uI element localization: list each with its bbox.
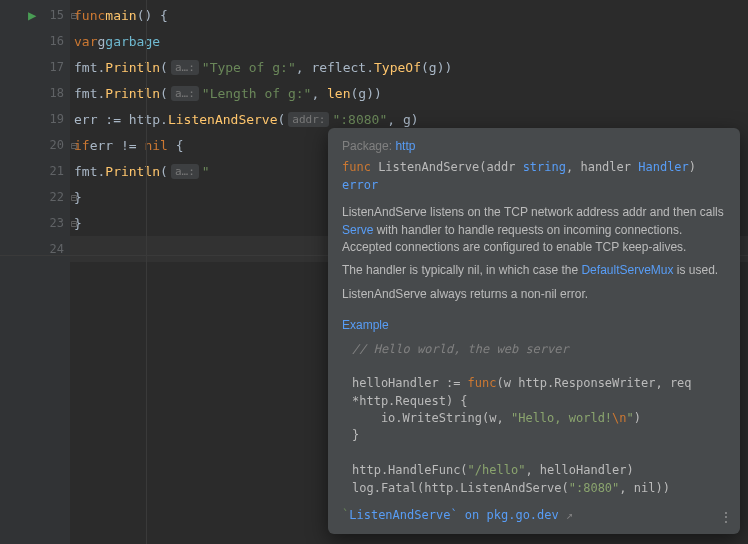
code-line[interactable]: func main() { [70,2,748,28]
doc-package-link[interactable]: http [395,139,415,153]
param-hint: a…: [171,60,199,75]
more-icon[interactable]: ⋮ [720,509,732,526]
code-line[interactable]: fmt.Println(a…:"Type of g:", reflect.Typ… [70,54,748,80]
indent-guide [146,0,147,544]
line-number: 18 [50,86,64,100]
doc-paragraph: ListenAndServe always returns a non-nil … [342,286,726,303]
line-number: 16 [50,34,64,48]
line-number: 22 [50,190,64,204]
line-number: 24 [50,242,64,256]
param-hint: a…: [171,86,199,101]
line-number: 23 [50,216,64,230]
gutter: ▶ 15 ⊟ 16 17 18 19 20 ⊟ 21 22 ⊟ 23 ⊟ 24 [0,0,70,544]
gutter-row: ▶ 15 ⊟ [0,2,70,28]
doc-link-serve[interactable]: Serve [342,223,373,237]
doc-link-defaultservemux[interactable]: DefaultServeMux [581,263,673,277]
quick-doc-popup[interactable]: Package: http func ListenAndServe(addr s… [328,128,740,534]
line-number: 20 [50,138,64,152]
code-line[interactable]: var g garbage [70,28,748,54]
run-icon[interactable]: ▶ [28,7,36,23]
line-number: 21 [50,164,64,178]
doc-example-code: // Hello world, the web server helloHand… [352,341,726,498]
line-number: 19 [50,112,64,126]
doc-external-link[interactable]: `ListenAndServe` on pkg.go.dev ↗ [342,507,726,524]
code-line[interactable]: fmt.Println(a…:"Length of g:", len(g)) [70,80,748,106]
doc-paragraph: The handler is typically nil, in which c… [342,262,726,279]
doc-example-title[interactable]: Example [342,317,389,334]
doc-signature: func ListenAndServe(addr string, handler… [342,159,726,194]
param-hint: addr: [288,112,329,127]
param-hint: a…: [171,164,199,179]
line-number: 17 [50,60,64,74]
line-number: 15 [50,8,64,22]
doc-paragraph: ListenAndServe listens on the TCP networ… [342,204,726,256]
doc-package: Package: http [342,138,726,155]
